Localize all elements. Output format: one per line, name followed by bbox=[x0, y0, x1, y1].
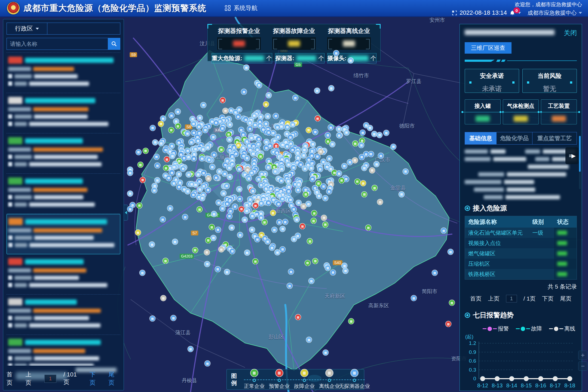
map-pin-blue[interactable]: ▦ bbox=[224, 269, 230, 275]
map-pin-blue[interactable]: ▦ bbox=[403, 169, 408, 174]
map-pin-blue[interactable]: ▦ bbox=[290, 147, 295, 152]
map-pin-blue[interactable]: ▦ bbox=[227, 174, 232, 180]
map-pin-blue[interactable]: ▦ bbox=[235, 114, 241, 119]
pagination-next[interactable]: 下页 bbox=[542, 295, 553, 302]
pagination-prev[interactable]: 上页 bbox=[488, 295, 500, 302]
system-nav-button[interactable]: 系统导航 bbox=[225, 4, 258, 12]
map-pin-blue[interactable]: ▦ bbox=[136, 149, 141, 155]
map-pin-blue[interactable]: ▦ bbox=[213, 175, 219, 180]
company-card[interactable] bbox=[7, 295, 120, 335]
map-pin-blue[interactable]: ▦ bbox=[210, 134, 216, 140]
map-pin-gray[interactable]: ▦ bbox=[321, 215, 327, 220]
map-pin-blue[interactable]: ▦ bbox=[154, 154, 159, 160]
map-pin-blue[interactable]: ▦ bbox=[265, 164, 271, 170]
map-pin-yellow[interactable]: ▦ bbox=[270, 210, 276, 216]
trend-legend-item[interactable]: 报警 bbox=[483, 325, 509, 332]
map-pin-green[interactable]: ▦ bbox=[311, 218, 316, 223]
panel-expand-button[interactable]: ≡▶ bbox=[565, 147, 578, 164]
map-pin-blue[interactable]: ▦ bbox=[295, 155, 301, 160]
trend-legend-item[interactable]: 离线 bbox=[549, 325, 575, 332]
map-pin-blue[interactable]: ▦ bbox=[186, 154, 191, 160]
map-pin-blue[interactable]: ▦ bbox=[169, 143, 174, 149]
map-pin-blue[interactable]: ▦ bbox=[372, 131, 377, 137]
map-pin-blue[interactable]: ▦ bbox=[247, 126, 253, 131]
map-pin-blue[interactable]: ▦ bbox=[362, 165, 367, 171]
map-pin-blue[interactable]: ▦ bbox=[211, 235, 216, 241]
map-pin-blue[interactable]: ▦ bbox=[296, 200, 301, 206]
map-pin-blue[interactable]: ▦ bbox=[256, 136, 261, 142]
district-dropdown[interactable]: 行政区 bbox=[7, 23, 47, 35]
map-pin-blue[interactable]: ▦ bbox=[189, 181, 194, 187]
map-pin-blue[interactable]: ▦ bbox=[448, 249, 453, 255]
map-pin-blue[interactable]: ▦ bbox=[266, 93, 271, 98]
map-pin-green[interactable]: ▦ bbox=[163, 258, 168, 264]
map-pin-blue[interactable]: ▦ bbox=[269, 245, 275, 250]
map-pin-blue[interactable]: ▦ bbox=[264, 145, 269, 151]
map-pin-blue[interactable]: ▦ bbox=[204, 261, 210, 267]
map-pin-blue[interactable]: ▦ bbox=[316, 193, 322, 199]
map-pin-blue[interactable]: ▦ bbox=[336, 133, 342, 138]
map-pin-green[interactable]: ▦ bbox=[355, 179, 360, 184]
search-button[interactable] bbox=[108, 38, 120, 50]
map-pin-blue[interactable]: ▦ bbox=[244, 202, 249, 208]
map-pin-blue[interactable]: ▦ bbox=[244, 208, 249, 214]
map-pin-blue[interactable]: ▦ bbox=[291, 165, 296, 170]
map-pin-blue[interactable]: ▦ bbox=[205, 361, 210, 366]
map-pin-blue[interactable]: ▦ bbox=[265, 114, 270, 119]
map-pin-blue[interactable]: ▦ bbox=[344, 176, 349, 182]
map-pin-blue[interactable]: ▦ bbox=[237, 166, 242, 172]
map-pin-green[interactable]: ▦ bbox=[209, 224, 215, 230]
map-pin-blue[interactable]: ▦ bbox=[298, 162, 303, 167]
map-pin-blue[interactable]: ▦ bbox=[232, 204, 238, 209]
map-pin-blue[interactable]: ▦ bbox=[249, 135, 254, 140]
map-pin-blue[interactable]: ▦ bbox=[196, 124, 202, 129]
map-pin-blue[interactable]: ▦ bbox=[167, 206, 173, 211]
map-pin-blue[interactable]: ▦ bbox=[244, 155, 250, 161]
map-pin-blue[interactable]: ▦ bbox=[176, 171, 182, 177]
map-pin-blue[interactable]: ▦ bbox=[188, 346, 193, 352]
map-pin-green[interactable]: ▦ bbox=[169, 127, 174, 133]
map-pin-blue[interactable]: ▦ bbox=[287, 283, 292, 289]
map-pin-green[interactable]: ▦ bbox=[348, 318, 354, 324]
map-pin-gray[interactable]: ▦ bbox=[352, 158, 358, 163]
map-pin-blue[interactable]: ▦ bbox=[246, 176, 252, 181]
map-pin-green[interactable]: ▦ bbox=[305, 260, 310, 266]
map-pin-red[interactable]: ▦ bbox=[164, 157, 170, 162]
map-pin-blue[interactable]: ▦ bbox=[215, 227, 221, 232]
pagination-first[interactable]: 首页 bbox=[470, 295, 482, 302]
map-pin-green[interactable]: ▦ bbox=[316, 181, 321, 186]
map-pin-blue[interactable]: ▦ bbox=[284, 124, 290, 130]
table-row[interactable]: 液化石油气储罐区单元 一级 bbox=[465, 228, 577, 238]
pagination-prev[interactable]: 上页 bbox=[25, 370, 37, 387]
map-pin-blue[interactable]: ▦ bbox=[256, 176, 261, 182]
map-pin-blue[interactable]: ▦ bbox=[242, 217, 247, 222]
company-card[interactable] bbox=[7, 214, 120, 254]
map-pin-blue[interactable]: ▦ bbox=[140, 270, 145, 275]
pagination-first[interactable]: 首页 bbox=[7, 370, 18, 387]
map-pin-red[interactable]: ▦ bbox=[140, 177, 145, 183]
map-pin-green[interactable]: ▦ bbox=[253, 259, 258, 264]
map-pin-blue[interactable]: ▦ bbox=[317, 166, 323, 172]
map-pin-green[interactable]: ▦ bbox=[137, 203, 142, 208]
map-pin-blue[interactable]: ▦ bbox=[301, 153, 306, 158]
map-pin-blue[interactable]: ▦ bbox=[244, 250, 250, 255]
map-pin-blue[interactable]: ▦ bbox=[271, 130, 276, 136]
map-pin-blue[interactable]: ▦ bbox=[127, 170, 133, 176]
map-pin-gray[interactable]: ▦ bbox=[219, 247, 224, 252]
map-pin-green[interactable]: ▦ bbox=[143, 148, 148, 154]
map-pin-red[interactable]: ▦ bbox=[220, 97, 225, 103]
map-pin-blue[interactable]: ▦ bbox=[326, 189, 332, 194]
map-pin-yellow[interactable]: ▦ bbox=[158, 121, 164, 127]
map-pin-gray[interactable]: ▦ bbox=[377, 199, 383, 205]
map-pin-blue[interactable]: ▦ bbox=[201, 102, 206, 108]
map-pin-blue[interactable]: ▦ bbox=[432, 270, 437, 275]
map-pin-blue[interactable]: ▦ bbox=[160, 116, 166, 121]
map-pin-blue[interactable]: ▦ bbox=[127, 206, 133, 212]
pagination-last[interactable]: 尾页 bbox=[560, 295, 571, 302]
map-pin-blue[interactable]: ▦ bbox=[295, 187, 301, 193]
map-pin-blue[interactable]: ▦ bbox=[225, 201, 230, 206]
map-pin-blue[interactable]: ▦ bbox=[193, 146, 198, 152]
map-pin-blue[interactable]: ▦ bbox=[411, 295, 416, 301]
map-pin-blue[interactable]: ▦ bbox=[265, 239, 270, 244]
map-pin-blue[interactable]: ▦ bbox=[308, 165, 314, 171]
